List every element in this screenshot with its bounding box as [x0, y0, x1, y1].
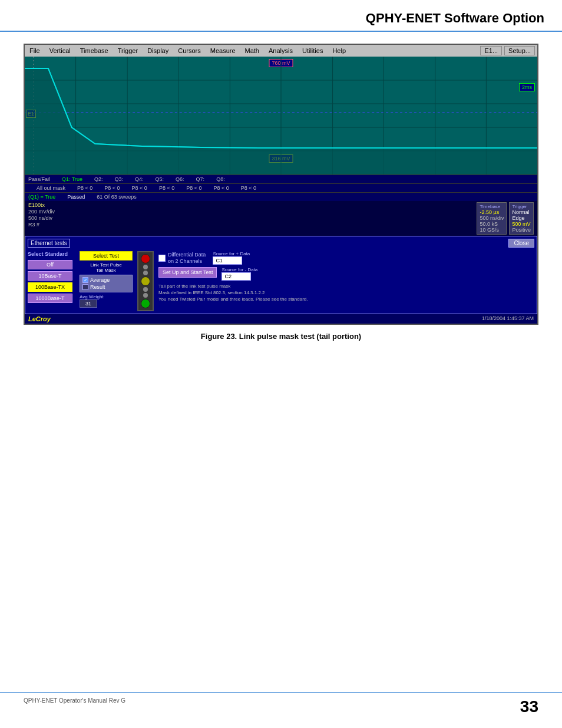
menu-help[interactable]: Help — [330, 47, 348, 55]
menu-measure[interactable]: Measure — [208, 47, 238, 55]
page-footer: QPHY-ENET Operator's Manual Rev G 33 — [0, 692, 562, 716]
avg-checkbox-row: ✓ Average — [82, 277, 130, 283]
scope-container: File Vertical Timebase Trigger Display C… — [24, 44, 538, 325]
eth-title: Ethernet tests — [28, 239, 70, 248]
avg-box: ✓ Average Result — [80, 275, 133, 292]
scope-footer: LeCroy 1/18/2004 1:45:37 AM — [25, 314, 537, 324]
menu-display[interactable]: Display — [145, 47, 171, 55]
waveform-svg — [25, 57, 537, 174]
light-small-2 — [143, 271, 148, 275]
all-out-mask: All out mask — [37, 185, 65, 191]
light-small-3 — [143, 287, 148, 292]
mv-div: 200 mV/div — [28, 209, 55, 215]
menu-vertical[interactable]: Vertical — [47, 47, 73, 55]
trigger-label: Trigger — [512, 204, 531, 209]
result-checkbox[interactable] — [82, 284, 88, 290]
footer-page-number: 33 — [520, 697, 538, 716]
trigger-normal: Normal — [512, 209, 531, 215]
select-standard-label: Select Standard — [28, 251, 68, 257]
desc2: Mask defined in IEEE Std 802.3, section … — [158, 289, 534, 296]
info-bar: E100tx 200 mV/div 500 ns/div R3 # Timeba… — [25, 201, 537, 236]
menu-file[interactable]: File — [27, 47, 42, 55]
timebase-box: Timebase -2.50 µs 500 ns/div 50.0 kS 10 … — [477, 202, 507, 235]
ns-div: 500 ns/div — [28, 215, 55, 221]
diff-data-row: Differential Data on 2 Channels Source f… — [158, 251, 534, 265]
timebase-label: Timebase — [480, 204, 504, 209]
ethernet-panel: Ethernet tests Close Select Standard Off… — [25, 236, 537, 314]
avg-weight-label: Avg Weight — [80, 294, 133, 299]
p8-lt0-2: P8 < 0 — [104, 185, 120, 191]
menu-timebase[interactable]: Timebase — [78, 47, 111, 55]
source-minus-label: Source for - Data — [222, 267, 257, 272]
tail-mask-label: Tail Mask — [80, 268, 133, 273]
page-title: QPHY-ENET Software Option — [366, 11, 544, 26]
setup-start-label: Set Up and Start Test — [163, 269, 213, 275]
std-btn-off[interactable]: Off — [28, 260, 72, 269]
trigger-mv: 500 mV — [512, 221, 531, 227]
menu-utilities[interactable]: Utilities — [300, 47, 325, 55]
q7-label: Q7: — [196, 176, 205, 182]
trigger-positive: Positive — [512, 227, 531, 233]
source-plus-section: Source for + Data C1 — [213, 251, 250, 265]
std-btn-100basetx[interactable]: 100Base-TX — [28, 282, 72, 292]
close-button[interactable]: Close — [508, 239, 534, 248]
light-yellow — [141, 276, 150, 286]
ks-label: 50.0 kS — [480, 221, 504, 227]
q1-true: (Q1) = True — [28, 194, 55, 200]
p8-lt0-5: P8 < 0 — [186, 185, 201, 191]
std-btn-10baset[interactable]: 10Base-T — [28, 271, 72, 281]
setup-button[interactable]: Setup... — [504, 46, 535, 55]
timebase-val: -2.50 µs — [480, 209, 504, 215]
select-test-button[interactable]: Select Test — [80, 251, 133, 261]
light-red — [141, 254, 150, 263]
menu-cursors[interactable]: Cursors — [176, 47, 203, 55]
channel-label: E100tx — [28, 202, 55, 208]
source-plus-value: C1 — [213, 256, 242, 265]
e1-button[interactable]: E1... — [480, 46, 502, 55]
avg-label: Average — [90, 277, 110, 283]
menu-math[interactable]: Math — [243, 47, 262, 55]
std-btn-1000baset[interactable]: 1000Base-T — [28, 294, 72, 303]
main-content: File Vertical Timebase Trigger Display C… — [0, 32, 562, 353]
light-small-4 — [143, 293, 148, 298]
status-bar-3: (Q1) = True Passed 61 Of 63 sweeps — [25, 192, 537, 201]
menu-analysis[interactable]: Analysis — [266, 47, 295, 55]
status-bar-2: All out mask P8 < 0 P8 < 0 P8 < 0 P8 < 0… — [25, 183, 537, 192]
light-small-1 — [143, 265, 148, 269]
source-minus-section: Source for - Data C2 — [222, 267, 257, 281]
p8-lt0-6: P8 < 0 — [213, 185, 229, 191]
waveform-area: 760 mV 2ms 316 mV E1 — [25, 57, 537, 174]
r3-label: R3 # — [28, 222, 55, 228]
lecroy-logo: LeCroy — [28, 315, 51, 322]
center-col: Select Test Link Test Pulse Tail Mask ✓ … — [80, 251, 133, 308]
trigger-box: Trigger Normal Edge 500 mV Positive — [509, 202, 534, 235]
timestamp: 1/18/2004 1:45:37 AM — [482, 315, 534, 322]
traffic-light — [137, 251, 154, 311]
q1-label: Q1: True — [62, 176, 82, 182]
ns-div2: 500 ns/div — [480, 215, 504, 221]
on-2-channels-label: on 2 Channels — [168, 258, 206, 265]
info-left: E100tx 200 mV/div 500 ns/div R3 # — [28, 202, 55, 228]
q8-label: Q8: — [216, 176, 225, 182]
result-label: Result — [90, 284, 105, 290]
gs-label: 10 GS/s — [480, 227, 504, 233]
p8-lt0-3: P8 < 0 — [132, 185, 147, 191]
menu-bar-right: E1... Setup... — [480, 46, 535, 55]
p8-lt0-7: P8 < 0 — [241, 185, 256, 191]
link-test-pulse: Link Test Pulse Tail Mask — [80, 262, 133, 273]
menu-trigger[interactable]: Trigger — [115, 47, 140, 55]
avg-checkbox[interactable]: ✓ — [82, 277, 88, 283]
setup-start-button[interactable]: Set Up and Start Test — [158, 267, 217, 278]
diff-checkbox[interactable] — [158, 255, 166, 262]
source-minus-value: C2 — [222, 272, 251, 281]
p8-lt0-4: P8 < 0 — [159, 185, 174, 191]
pass-fail-label: Pass/Fail — [28, 176, 50, 182]
select-standard: Select Standard Off 10Base-T 100Base-TX … — [28, 251, 75, 303]
desc1: Tail part of the link test pulse mask — [158, 283, 534, 289]
desc3: You need Twisted Pair model and three lo… — [158, 296, 534, 302]
avg-weight-section: Avg Weight 31 — [80, 294, 133, 308]
right-options: Differential Data on 2 Channels Source f… — [158, 251, 534, 303]
sweeps-label: 61 Of 63 sweeps — [97, 194, 137, 200]
menu-bar: File Vertical Timebase Trigger Display C… — [25, 45, 537, 57]
eth-panel-header: Ethernet tests Close — [28, 239, 534, 248]
